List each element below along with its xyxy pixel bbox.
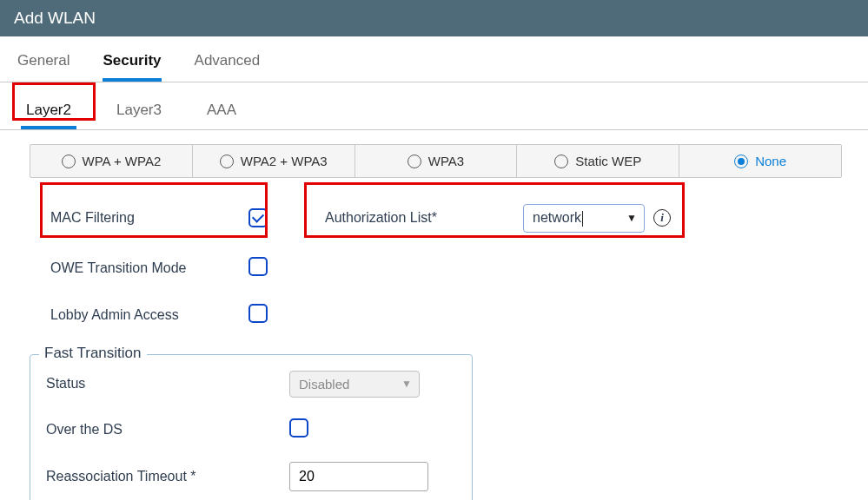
- ft-status-value: Disabled: [299, 377, 349, 391]
- radio-label: None: [755, 154, 786, 168]
- chevron-down-icon: ▼: [626, 212, 637, 224]
- mac-filtering-label: MAC Filtering: [50, 210, 224, 226]
- fast-transition-fieldset: Fast Transition Status Disabled ▼ Over t…: [30, 354, 473, 500]
- subtab-layer2[interactable]: Layer2: [21, 98, 76, 129]
- owe-label: OWE Transition Mode: [50, 260, 224, 276]
- subtab-aaa[interactable]: AAA: [202, 98, 242, 129]
- radio-icon: [554, 155, 568, 168]
- auth-list-label: Authorization List*: [325, 210, 499, 226]
- ft-reassoc-input[interactable]: [289, 462, 428, 491]
- security-subtabs: Layer2 Layer3 AAA: [0, 86, 868, 130]
- auth-list-select[interactable]: network ▼: [523, 204, 645, 233]
- tab-advanced[interactable]: Advanced: [195, 52, 261, 82]
- radio-wpa3[interactable]: WPA3: [355, 145, 518, 177]
- radio-wpa2-wpa3[interactable]: WPA2 + WPA3: [193, 145, 355, 177]
- layer2-panel: WPA + WPA2 WPA2 + WPA3 WPA3 Static WEP N…: [0, 130, 868, 500]
- ft-status-label: Status: [46, 376, 255, 391]
- ft-over-ds-label: Over the DS: [46, 422, 255, 438]
- ft-over-ds-checkbox[interactable]: [289, 418, 308, 438]
- radio-icon: [407, 155, 421, 168]
- owe-checkbox[interactable]: [248, 257, 268, 276]
- tab-general[interactable]: General: [17, 52, 70, 82]
- primary-tabs: General Security Advanced: [0, 36, 868, 82]
- auth-list-value: network: [533, 210, 581, 225]
- radio-label: WPA3: [428, 154, 464, 168]
- info-icon[interactable]: i: [653, 209, 671, 227]
- radio-label: Static WEP: [575, 154, 641, 168]
- window-title: Add WLAN: [14, 9, 96, 27]
- window-title-bar: Add WLAN: [0, 0, 868, 36]
- subtab-layer3[interactable]: Layer3: [111, 98, 167, 129]
- tab-security[interactable]: Security: [103, 52, 161, 82]
- lobby-admin-checkbox[interactable]: [248, 304, 268, 323]
- radio-wpa-wpa2[interactable]: WPA + WPA2: [30, 145, 193, 177]
- radio-icon: [734, 155, 748, 168]
- ft-reassoc-label: Reassociation Timeout *: [46, 469, 255, 484]
- mac-filtering-checkbox[interactable]: [248, 208, 268, 227]
- radio-label: WPA2 + WPA3: [241, 154, 328, 168]
- radio-label: WPA + WPA2: [83, 154, 162, 168]
- ft-status-select[interactable]: Disabled ▼: [289, 371, 420, 398]
- fast-transition-legend: Fast Transition: [39, 345, 147, 362]
- radio-none[interactable]: None: [679, 145, 841, 177]
- security-mode-radio-group: WPA + WPA2 WPA2 + WPA3 WPA3 Static WEP N…: [30, 144, 842, 178]
- chevron-down-icon: ▼: [401, 378, 412, 390]
- radio-icon: [62, 155, 76, 168]
- lobby-admin-label: Lobby Admin Access: [50, 307, 224, 323]
- radio-icon: [220, 155, 234, 168]
- radio-static-wep[interactable]: Static WEP: [517, 145, 679, 177]
